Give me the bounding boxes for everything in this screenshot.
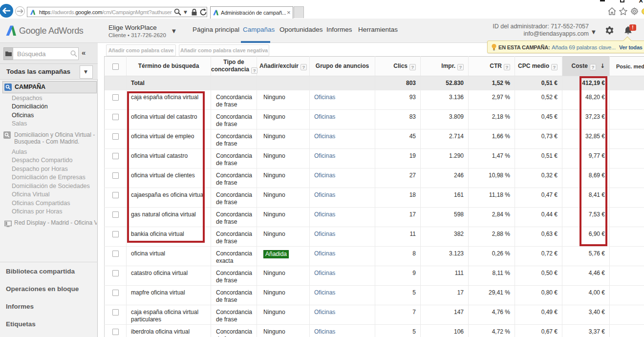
row-checkbox[interactable] [112, 114, 119, 120]
sidebar-bottom-item[interactable]: Biblioteca compartida [0, 262, 98, 280]
ad-group-link[interactable]: Oficinas [314, 152, 335, 159]
help-icon[interactable]: ? [504, 64, 510, 70]
settings-gear-icon[interactable] [605, 26, 614, 37]
ad-group-link[interactable]: Oficinas [314, 172, 335, 179]
ad-group-link[interactable]: Oficinas [314, 270, 335, 276]
row-checkbox[interactable] [112, 94, 119, 101]
notice-message[interactable]: Añada 69 palabras clave... [552, 44, 616, 50]
add-negative-keyword-button[interactable]: Añadir como palabra clave negativa [179, 44, 269, 56]
browser-back-button[interactable] [0, 4, 13, 18]
tree-adgroup-item[interactable]: Oficinas Compartidas [0, 199, 98, 208]
all-campaigns-dropdown-button[interactable]: ▼ [80, 65, 93, 79]
select-all-checkbox[interactable] [112, 63, 119, 70]
ad-group-link[interactable]: Oficinas [314, 133, 335, 140]
row-checkbox[interactable] [112, 153, 119, 159]
address-bar[interactable]: https://adwords.google.com/cm/CampaignMg… [27, 7, 207, 17]
window-close-button[interactable]: × [639, 0, 643, 5]
col-header-ctr[interactable]: CTR? [469, 57, 515, 76]
tree-adgroup-item[interactable]: Domiciliación [0, 103, 98, 111]
row-checkbox[interactable] [112, 309, 119, 316]
row-checkbox[interactable] [112, 211, 119, 218]
tree-adgroup-item[interactable]: Despacho por Horas [0, 165, 98, 174]
col-header-impr[interactable]: Impr.? [421, 57, 469, 76]
help-icon[interactable]: ? [551, 64, 558, 70]
browser-settings-icon[interactable] [630, 7, 639, 17]
tab-close-icon[interactable]: × [287, 9, 291, 16]
col-header-anadir-excluir[interactable]: Añadir/excluir? [257, 57, 310, 76]
row-checkbox[interactable] [112, 231, 119, 237]
tree-adgroup-item[interactable]: Oficina Virtual [0, 190, 98, 199]
sidebar-bottom-item[interactable]: Etiquetas [0, 315, 98, 333]
ad-group-link[interactable]: Oficinas [314, 289, 335, 296]
notice-ver-todas-link[interactable]: Ver todas [619, 44, 643, 50]
row-checkbox[interactable] [112, 251, 119, 257]
help-icon[interactable]: ? [590, 64, 596, 70]
col-header-clics[interactable]: Clics? [375, 57, 421, 76]
client-dropdown-icon[interactable]: ▼ [172, 28, 176, 34]
ad-group-link[interactable]: Oficinas [314, 94, 335, 101]
ad-group-link[interactable]: Oficinas [314, 191, 335, 198]
sidebar-bottom-item[interactable]: Operaciones en bloque [0, 280, 98, 297]
nav-oportunidades[interactable]: Oportunidades [279, 19, 323, 41]
browser-favorites-icon[interactable] [619, 7, 627, 17]
sidebar-search-icon[interactable] [70, 50, 77, 59]
row-checkbox[interactable] [112, 329, 119, 335]
nav-herramientas[interactable]: Herramientas [358, 19, 398, 41]
tree-adgroup-item[interactable]: Despacho Compartido [0, 156, 98, 165]
add-keyword-button[interactable]: Añadir como palabra clave [106, 44, 176, 56]
tree-campaign-item[interactable]: Domiciliacion y Oficina Virtual - Busque… [2, 130, 97, 147]
tree-campaign-item[interactable]: Red Display - Madrid - Oficina Virtua [2, 218, 97, 228]
sidebar-collapse-button[interactable]: « [82, 48, 86, 57]
browser-tab[interactable]: Administración de campañ... × [210, 6, 293, 19]
tree-adgroup-item[interactable]: Aulas [0, 148, 98, 157]
tree-campaign-item[interactable]: CAMPAÑA [2, 81, 97, 93]
sidebar-search-input[interactable] [13, 47, 79, 60]
tree-adgroup-item[interactable]: Despachos [0, 94, 98, 103]
add-status: Ninguno [263, 328, 285, 335]
col-header-cpc-medio[interactable]: CPC medio? [515, 57, 562, 76]
row-checkbox[interactable] [112, 270, 119, 276]
row-checkbox[interactable] [112, 192, 119, 198]
help-icon[interactable]: ? [251, 67, 258, 74]
nav-pagina-principal[interactable]: Página principal [193, 19, 239, 41]
cpc-cell: 0,67 € [515, 325, 562, 337]
window-minimize-button[interactable] [600, 0, 605, 1]
nav-campanas[interactable]: Campañas [243, 19, 275, 41]
ad-group-link[interactable]: Oficinas [314, 211, 335, 218]
ad-group-link[interactable]: Oficinas [314, 328, 335, 335]
folder-button[interactable] [3, 47, 13, 60]
refresh-icon[interactable] [199, 8, 207, 18]
col-header-tipo-concordancia[interactable]: Tipo deconcordancia? [211, 57, 257, 76]
ad-group-link[interactable]: Oficinas [314, 250, 335, 257]
col-header-termino[interactable]: Término de búsqueda [127, 57, 211, 76]
ad-group-link[interactable]: Oficinas [314, 113, 335, 120]
admin-info[interactable]: ID del administrador: 717-552-7057 info@… [493, 23, 589, 38]
browser-home-icon[interactable] [608, 7, 616, 17]
new-tab-button[interactable] [294, 6, 304, 18]
ad-group-link[interactable]: Oficinas [314, 231, 335, 237]
address-dropdown-icon[interactable]: ▼ [184, 10, 187, 15]
browser-forward-button[interactable] [15, 6, 25, 16]
tree-adgroup-item[interactable]: Oficinas por Horas [0, 208, 98, 216]
browser-feedback-icon[interactable] [642, 8, 644, 15]
tree-adgroup-item[interactable]: Domiciliación de Empresas [0, 173, 98, 182]
help-icon[interactable]: ? [457, 64, 464, 70]
col-header-coste[interactable]: Coste?↓ [562, 57, 610, 76]
sidebar-bottom-item[interactable]: Informes [0, 297, 98, 315]
row-checkbox[interactable] [112, 290, 119, 296]
client-selector[interactable]: Elige WorkPlace Cliente • 317-726-2620 [108, 24, 166, 38]
row-checkbox[interactable] [112, 172, 119, 179]
admin-dropdown-icon[interactable]: ▼ [592, 29, 596, 35]
nav-informes[interactable]: Informes [326, 19, 352, 41]
window-maximize-button[interactable] [620, 0, 624, 2]
help-icon[interactable]: ? [409, 64, 416, 70]
row-checkbox[interactable] [112, 133, 119, 140]
address-search-icon[interactable] [174, 8, 181, 18]
ad-group-link[interactable]: Oficinas [314, 309, 335, 316]
tree-adgroup-item[interactable]: Oficinas [0, 111, 98, 120]
col-header-posic-media[interactable]: Posic. media [610, 57, 644, 76]
tree-adgroup-item[interactable]: Salas [0, 120, 98, 128]
col-header-grupo-anuncios[interactable]: Grupo de anuncios [310, 57, 375, 76]
tree-adgroup-item[interactable]: Domiciliación de Sociedades [0, 182, 98, 191]
help-icon[interactable]: ? [301, 64, 307, 70]
